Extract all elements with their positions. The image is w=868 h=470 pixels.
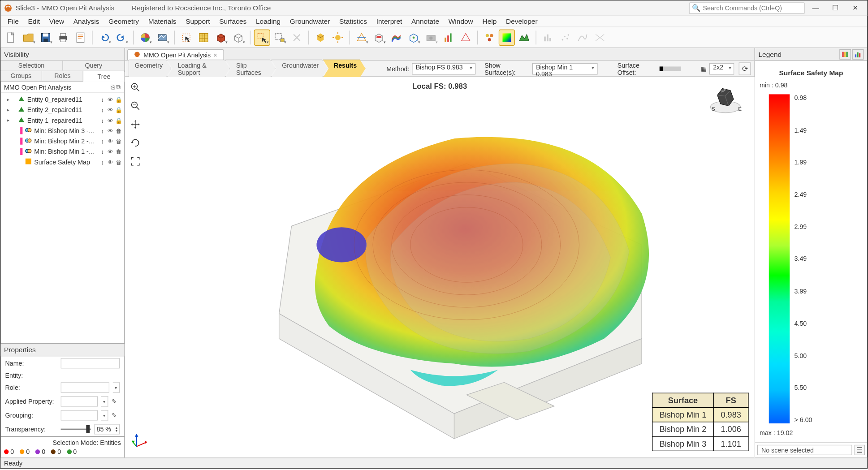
show-surface-select[interactable]: Bishop Min 1 0.983 <box>532 63 597 74</box>
camera-icon[interactable] <box>423 29 439 45</box>
tree-row[interactable]: ▸Entity 2_repaired11↕👁🔒 <box>0 105 124 115</box>
tree-action-icon[interactable]: 👁 <box>107 117 114 123</box>
tree-action-icon[interactable]: ↕ <box>99 148 106 155</box>
curve-icon[interactable] <box>574 29 591 45</box>
save-file-icon[interactable] <box>38 29 54 45</box>
picker-icon[interactable] <box>254 29 270 45</box>
search-commands[interactable]: 🔍 <box>689 2 805 14</box>
copy-icon[interactable]: ⎘ <box>111 83 115 90</box>
sun-icon[interactable] <box>330 29 346 45</box>
tree-action-icon[interactable]: 🗑 <box>115 128 122 134</box>
tree-action-icon[interactable]: 👁 <box>107 128 114 134</box>
menu-geometry[interactable]: Geometry <box>104 16 144 26</box>
menu-surfaces[interactable]: Surfaces <box>215 16 251 26</box>
menu-statistics[interactable]: Statistics <box>335 16 372 26</box>
crumb-loading-support[interactable]: Loading & Support <box>167 59 230 78</box>
crumb-slip-surfaces[interactable]: Slip Surfaces <box>225 59 276 78</box>
menu-analysis[interactable]: Analysis <box>69 16 104 26</box>
compute-icon[interactable] <box>312 29 328 45</box>
chart-bars-icon[interactable] <box>440 29 456 45</box>
maximize-button[interactable]: ☐ <box>827 2 844 14</box>
fit-view-icon[interactable] <box>129 155 143 168</box>
safety-map-icon[interactable] <box>499 29 515 45</box>
clear-icon[interactable] <box>289 29 305 45</box>
tab-selection[interactable]: Selection <box>0 61 63 71</box>
close-tab-icon[interactable]: × <box>214 52 217 58</box>
tree-row[interactable]: Min: Bishop Min 3 - 1.101↕👁🗑 <box>0 125 124 136</box>
rotate-icon[interactable] <box>129 136 143 150</box>
menu-developer[interactable]: Developer <box>501 16 542 26</box>
tab-groups[interactable]: Groups <box>0 71 42 81</box>
menu-help[interactable]: Help <box>478 16 501 26</box>
tree-action-icon[interactable]: ↕ <box>99 128 106 134</box>
volume-icon[interactable] <box>213 29 229 45</box>
grid-layout-select[interactable]: 2x2 <box>709 63 734 74</box>
tree-action-icon[interactable]: 🔒 <box>115 96 122 103</box>
geometry-cube-icon[interactable] <box>406 29 422 45</box>
tree-action-icon[interactable]: 🔒 <box>115 117 122 123</box>
applied-select[interactable] <box>61 396 98 406</box>
transparency-slider[interactable] <box>61 429 91 430</box>
tree-row[interactable]: Min: Bishop Min 1 - 0.983↕👁🗑 <box>0 147 124 157</box>
section-icon[interactable] <box>354 29 370 45</box>
menu-view[interactable]: View <box>44 16 69 26</box>
grouping-dropdown-icon[interactable]: ▾ <box>101 410 108 420</box>
materials-color-icon[interactable] <box>137 29 153 45</box>
tree-row[interactable]: ▸Entity 1_repaired11↕👁🔒 <box>0 115 124 125</box>
scene-select[interactable]: No scene selected <box>757 445 852 455</box>
axis-gizmo-icon[interactable] <box>130 429 153 453</box>
grid-icon[interactable] <box>195 29 212 45</box>
lock-selection-icon[interactable] <box>271 29 287 45</box>
menu-materials[interactable]: Materials <box>143 16 181 26</box>
edit-grouping-icon[interactable]: ✎ <box>112 412 120 419</box>
crumb-geometry[interactable]: Geometry <box>129 59 172 78</box>
filter-icon[interactable] <box>481 29 497 45</box>
visibility-tree[interactable]: ▸Entity 0_repaired11↕👁🔒▸Entity 2_repaire… <box>0 93 124 168</box>
menu-file[interactable]: File <box>3 16 23 26</box>
refresh-button[interactable]: ⟳ <box>739 62 751 75</box>
tree-action-icon[interactable]: ↕ <box>99 96 106 103</box>
tab-query[interactable]: Query <box>63 61 124 71</box>
menu-loading[interactable]: Loading <box>251 16 285 26</box>
wireframe-cube-icon[interactable] <box>230 29 246 45</box>
menu-edit[interactable]: Edit <box>23 16 44 26</box>
tab-roles[interactable]: Roles <box>42 71 84 81</box>
histogram-icon[interactable] <box>540 29 556 45</box>
new-file-icon[interactable] <box>3 29 19 45</box>
tree-action-icon[interactable]: ↕ <box>99 117 106 123</box>
close-button[interactable]: ✕ <box>846 2 864 14</box>
transparency-value[interactable]: 85 %▴▾ <box>94 424 120 434</box>
tree-action-icon[interactable]: 👁 <box>107 138 114 144</box>
name-input[interactable] <box>61 358 120 368</box>
tree-action-icon[interactable]: 🗑 <box>115 159 122 165</box>
terrain-icon[interactable] <box>516 29 532 45</box>
edit-applied-icon[interactable]: ✎ <box>112 398 120 405</box>
method-select[interactable]: Bishop FS 0.983 <box>412 63 475 74</box>
menu-interpret[interactable]: Interpret <box>371 16 406 26</box>
link-icon[interactable]: ⧉ <box>116 83 121 90</box>
legend-chart-icon[interactable] <box>852 49 864 59</box>
3d-viewport[interactable]: Local FS: 0.983 TOP S E <box>125 77 755 457</box>
zoom-in-icon[interactable] <box>129 80 143 94</box>
render-mode-icon[interactable] <box>155 29 171 45</box>
redo-icon[interactable] <box>113 29 130 45</box>
notes-icon[interactable] <box>72 29 88 45</box>
undo-icon[interactable] <box>96 29 112 45</box>
tree-row[interactable]: Surface Safety Map↕👁🗑 <box>0 157 124 167</box>
menu-groundwater[interactable]: Groundwater <box>285 16 334 26</box>
tree-action-icon[interactable]: 🗑 <box>115 148 122 155</box>
fit-curve-icon[interactable] <box>592 29 608 45</box>
tree-action-icon[interactable]: 👁 <box>107 148 114 155</box>
selection-mode-icon[interactable] <box>178 29 194 45</box>
role-select[interactable] <box>61 382 109 392</box>
role-dropdown-icon[interactable]: ▾ <box>113 382 120 392</box>
zoom-out-icon[interactable] <box>129 99 143 113</box>
tree-row[interactable]: Min: Bishop Min 2 - 1.006↕👁🗑 <box>0 136 124 146</box>
scatter-icon[interactable] <box>557 29 573 45</box>
legend-settings-icon[interactable] <box>839 49 851 59</box>
tree-action-icon[interactable]: ↕ <box>99 138 106 144</box>
tab-tree[interactable]: Tree <box>83 72 124 82</box>
tree-action-icon[interactable]: 🗑 <box>115 138 122 144</box>
tree-action-icon[interactable]: ↕ <box>99 159 106 165</box>
layers-3d-icon[interactable] <box>371 29 387 45</box>
